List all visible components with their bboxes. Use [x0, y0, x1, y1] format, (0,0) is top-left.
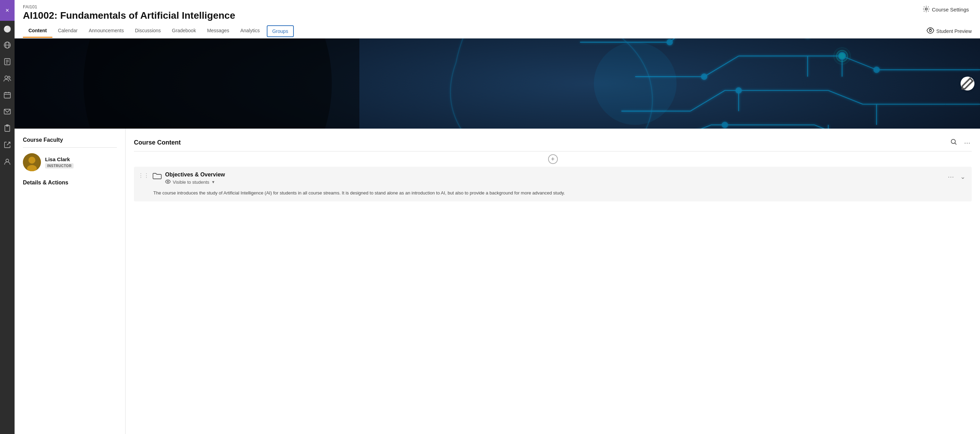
- search-button[interactable]: [949, 137, 958, 148]
- module-name: Objectives & Overview: [165, 172, 942, 178]
- plus-icon: +: [551, 156, 555, 163]
- course-code: FAI101: [23, 4, 235, 10]
- faculty-section-title: Course Faculty: [23, 137, 117, 143]
- faculty-divider: [23, 147, 117, 148]
- close-icon: ×: [6, 7, 10, 14]
- svg-line-16: [7, 142, 10, 145]
- clipboard-icon: [3, 124, 11, 134]
- student-preview-button[interactable]: Student Preview: [921, 24, 972, 38]
- gradebook-icon: [3, 58, 11, 67]
- sidebar-item-gradebook[interactable]: [0, 54, 14, 71]
- svg-point-8: [8, 76, 10, 78]
- sidebar-item-user[interactable]: ⚪: [0, 21, 14, 38]
- content-header: Course Content ⋯: [134, 137, 972, 148]
- svg-point-19: [929, 30, 931, 32]
- instructor-role-badge: INSTRUCTOR: [45, 163, 73, 168]
- add-content-button[interactable]: +: [548, 154, 558, 164]
- visibility-chevron-icon[interactable]: ▼: [211, 180, 215, 184]
- svg-point-75: [951, 139, 955, 144]
- sidebar-item-clipboard[interactable]: [0, 120, 14, 137]
- svg-point-71: [594, 42, 677, 125]
- main-content: FAI101 AI1002: Fundamentals of Artificia…: [14, 0, 980, 434]
- avatar: [23, 153, 41, 171]
- module-actions: ⋯ ⌄: [946, 172, 967, 182]
- tab-analytics[interactable]: Analytics: [235, 24, 266, 38]
- tab-content[interactable]: Content: [23, 24, 52, 38]
- export-icon: [3, 141, 11, 150]
- content-panel-title: Course Content: [134, 139, 181, 146]
- visibility-label[interactable]: Visible to students: [173, 179, 209, 185]
- svg-point-18: [925, 8, 927, 10]
- sidebar-item-people[interactable]: [0, 71, 14, 87]
- svg-point-54: [667, 40, 673, 45]
- tab-announcements[interactable]: Announcements: [83, 24, 129, 38]
- hero-edit-button[interactable]: [961, 77, 974, 90]
- module-item: ⋮⋮ Objectives & Overview: [134, 167, 972, 201]
- svg-point-61: [874, 67, 880, 73]
- content-actions: ⋯: [949, 137, 972, 148]
- module-info: Objectives & Overview Visible to student…: [165, 172, 942, 185]
- content-area: Course Faculty Lisa Clark INSTRUCTOR Det…: [14, 128, 980, 434]
- search-icon: [950, 140, 957, 147]
- more-options-button[interactable]: ⋯: [963, 138, 972, 148]
- calendar-icon: [3, 91, 11, 101]
- tab-discussions[interactable]: Discussions: [129, 24, 167, 38]
- module-more-button[interactable]: ⋯: [946, 172, 956, 182]
- add-item-row: +: [134, 151, 972, 167]
- page-header: FAI101 AI1002: Fundamentals of Artificia…: [14, 0, 980, 38]
- details-actions-title: Details & Actions: [23, 179, 117, 186]
- sidebar-close-button[interactable]: ×: [0, 0, 14, 21]
- globe-icon: [3, 41, 11, 51]
- left-panel: Course Faculty Lisa Clark INSTRUCTOR Det…: [14, 128, 126, 434]
- tab-gradebook[interactable]: Gradebook: [167, 24, 202, 38]
- sidebar-item-globe[interactable]: [0, 38, 14, 54]
- student-preview-label: Student Preview: [936, 29, 972, 34]
- preview-icon: [927, 27, 934, 35]
- svg-point-17: [6, 159, 9, 162]
- sidebar: × ⚪: [0, 0, 14, 434]
- sidebar-item-account[interactable]: [0, 154, 14, 171]
- folder-icon: [153, 172, 162, 182]
- svg-point-70: [84, 38, 332, 128]
- svg-rect-9: [4, 93, 10, 98]
- svg-point-55: [702, 74, 707, 79]
- svg-point-73: [29, 157, 35, 164]
- svg-point-7: [5, 76, 8, 79]
- nav-tabs: Content Calendar Announcements Discussio…: [23, 24, 972, 38]
- three-dots-icon: ⋯: [964, 139, 970, 146]
- sidebar-item-calendar[interactable]: [0, 87, 14, 104]
- module-expand-button[interactable]: ⌄: [958, 172, 967, 182]
- tab-calendar[interactable]: Calendar: [52, 24, 83, 38]
- module-header: ⋮⋮ Objectives & Overview: [134, 167, 972, 190]
- module-description: The course introduces the study of Artif…: [134, 190, 972, 201]
- gear-icon: [923, 6, 930, 14]
- people-icon: [3, 74, 11, 84]
- course-info: FAI101 AI1002: Fundamentals of Artificia…: [23, 4, 235, 21]
- eye-icon: [165, 179, 171, 185]
- svg-point-58: [736, 88, 741, 93]
- svg-point-77: [167, 181, 169, 182]
- faculty-info: Lisa Clark INSTRUCTOR: [45, 156, 73, 168]
- instructor-name: Lisa Clark: [45, 156, 73, 162]
- faculty-card: Lisa Clark INSTRUCTOR: [23, 153, 117, 171]
- drag-handle-icon[interactable]: ⋮⋮: [138, 172, 149, 179]
- sidebar-item-inbox[interactable]: [0, 104, 14, 120]
- tab-groups[interactable]: Groups: [267, 25, 294, 37]
- svg-point-57: [838, 53, 845, 60]
- inbox-icon: [3, 108, 11, 117]
- course-settings-label: Course Settings: [932, 6, 969, 13]
- course-title: AI1002: Fundamentals of Artificial Intel…: [23, 10, 235, 21]
- account-icon: [3, 158, 11, 167]
- right-panel: Course Content ⋯: [126, 128, 980, 434]
- tab-messages[interactable]: Messages: [202, 24, 235, 38]
- course-settings-button[interactable]: Course Settings: [920, 4, 972, 15]
- hero-banner: [14, 38, 980, 128]
- sidebar-item-export[interactable]: [0, 137, 14, 154]
- svg-line-76: [955, 143, 957, 145]
- user-icon: ⚪: [3, 25, 11, 33]
- svg-point-59: [722, 122, 728, 128]
- visibility-row: Visible to students ▼: [165, 179, 942, 185]
